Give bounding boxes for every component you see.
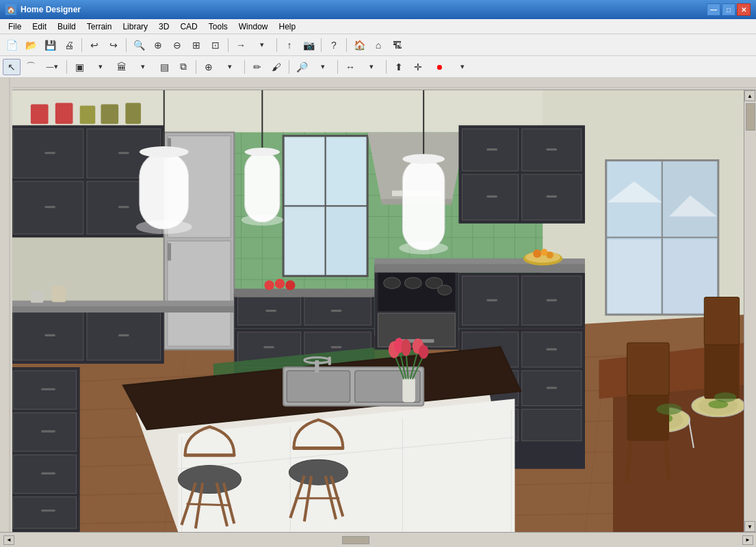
zoom-magnify-button[interactable]: 🔍: [130, 37, 148, 53]
save-button[interactable]: 💾: [41, 37, 59, 53]
copy-button[interactable]: ⧉: [174, 59, 192, 75]
dimension-dropdown-button[interactable]: ▾: [361, 59, 382, 75]
line-tool-button[interactable]: —▾: [41, 59, 63, 75]
svg-rect-86: [44, 334, 55, 336]
menu-help[interactable]: Help: [273, 21, 301, 33]
menu-library[interactable]: Library: [117, 21, 153, 33]
app-title: Home Designer: [21, 5, 707, 14]
select-tool-button[interactable]: ↖: [3, 59, 21, 75]
zoom-window-button[interactable]: ⊡: [207, 37, 224, 53]
rec-dropdown-button[interactable]: ▾: [452, 59, 473, 75]
svg-rect-82: [168, 243, 171, 261]
rec-button[interactable]: ⏺: [428, 59, 450, 75]
menu-edit[interactable]: Edit: [27, 21, 52, 33]
stairs-button[interactable]: ▤: [155, 59, 173, 75]
up-arrow2-button[interactable]: ⬆: [390, 59, 408, 75]
scroll-left-button[interactable]: ◄: [3, 535, 14, 545]
dimension-button[interactable]: ↔: [341, 59, 359, 75]
svg-rect-80: [168, 241, 231, 346]
svg-rect-69: [44, 152, 55, 154]
zoom-fit-button[interactable]: ⊞: [187, 37, 205, 53]
close-button[interactable]: ✕: [737, 3, 751, 16]
kitchen-render: [12, 90, 744, 532]
magnify-dropdown-button[interactable]: ▾: [312, 59, 334, 75]
camera-button[interactable]: 📷: [300, 37, 317, 53]
window-controls: — □ ✕: [707, 3, 751, 16]
canvas-area[interactable]: [12, 90, 744, 532]
svg-rect-71: [44, 206, 55, 208]
scroll-right-button[interactable]: ►: [742, 535, 753, 545]
undo-button[interactable]: ↩: [86, 37, 103, 53]
svg-rect-140: [486, 196, 497, 198]
symbol-dropdown-button[interactable]: ▾: [219, 59, 241, 75]
print-button[interactable]: 🖨: [60, 37, 78, 53]
horizontal-scroll-thumb[interactable]: [342, 536, 369, 544]
cabinet-dropdown-button[interactable]: ▾: [90, 59, 112, 75]
toolbar1: 📄 📂 💾 🖨 ↩ ↪ 🔍 ⊕ ⊖ ⊞ ⊡ → ▾ ↑ 📷 ? 🏠 ⌂ 🏗: [0, 34, 756, 56]
sep4: [276, 38, 277, 52]
minimize-button[interactable]: —: [707, 3, 720, 16]
svg-rect-166: [140, 152, 189, 229]
svg-point-200: [401, 339, 410, 356]
move-button[interactable]: ✛: [409, 59, 427, 75]
svg-point-237: [657, 403, 682, 414]
zoom-in-button[interactable]: ⊕: [149, 37, 167, 53]
svg-rect-73: [31, 105, 49, 124]
scroll-down-button[interactable]: ▼: [744, 521, 755, 532]
arrow-dropdown-button[interactable]: ▾: [251, 37, 273, 53]
svg-rect-191: [328, 357, 331, 365]
sep12: [386, 60, 387, 74]
menu-window[interactable]: Window: [233, 21, 274, 33]
menu-build[interactable]: Build: [52, 21, 81, 33]
svg-rect-146: [547, 299, 557, 302]
svg-rect-187: [287, 371, 350, 402]
appliance-dropdown-button[interactable]: ▾: [132, 59, 154, 75]
svg-rect-170: [245, 152, 280, 222]
help-button[interactable]: ?: [325, 37, 343, 53]
magnify-button[interactable]: 🔎: [293, 59, 311, 75]
house-button[interactable]: 🏠: [350, 37, 368, 53]
svg-rect-145: [486, 299, 497, 302]
svg-rect-105: [331, 310, 341, 312]
appliance-button[interactable]: 🏛: [113, 59, 131, 75]
svg-point-176: [399, 241, 448, 254]
new-button[interactable]: 📄: [3, 37, 21, 53]
symbol-button[interactable]: ⊕: [200, 59, 218, 75]
zoom-out-button[interactable]: ⊖: [168, 37, 186, 53]
svg-rect-70: [118, 152, 129, 154]
sep6: [346, 38, 347, 52]
cabinet-tool-button[interactable]: ▣: [70, 59, 88, 75]
bottom-bar: ◄ ►: [0, 532, 756, 547]
top-ruler: [12, 78, 756, 90]
maximize-button[interactable]: □: [722, 3, 735, 16]
svg-rect-100: [52, 286, 66, 302]
svg-rect-98: [41, 509, 55, 511]
svg-rect-99: [31, 290, 43, 302]
svg-rect-229: [627, 392, 670, 441]
menu-3d[interactable]: 3D: [153, 21, 174, 33]
menu-tools[interactable]: Tools: [203, 21, 233, 33]
roof-button[interactable]: ⌂: [369, 37, 387, 53]
svg-point-151: [533, 250, 541, 258]
sep2: [126, 38, 127, 52]
svg-rect-77: [125, 103, 141, 124]
scroll-up-button[interactable]: ▲: [744, 90, 755, 101]
pencil-button[interactable]: ✏: [248, 59, 266, 75]
up-arrow-button[interactable]: ↑: [281, 37, 298, 53]
menu-file[interactable]: File: [3, 21, 27, 33]
structure-button[interactable]: 🏗: [389, 37, 406, 53]
svg-rect-94: [13, 497, 76, 529]
svg-rect-87: [118, 334, 129, 336]
svg-point-168: [136, 220, 192, 235]
vertical-scroll-thumb[interactable]: [746, 103, 755, 131]
arc-tool-button[interactable]: ⌒: [22, 59, 40, 75]
redo-button[interactable]: ↪: [105, 37, 122, 53]
sep5: [321, 38, 322, 52]
menu-terrain[interactable]: Terrain: [81, 21, 118, 33]
nav-forward-button[interactable]: →: [232, 37, 250, 53]
menu-cad[interactable]: CAD: [174, 21, 203, 33]
open-button[interactable]: 📂: [22, 37, 40, 53]
svg-point-175: [402, 154, 445, 163]
svg-rect-230: [627, 343, 670, 395]
paint-button[interactable]: 🖌: [268, 59, 285, 75]
